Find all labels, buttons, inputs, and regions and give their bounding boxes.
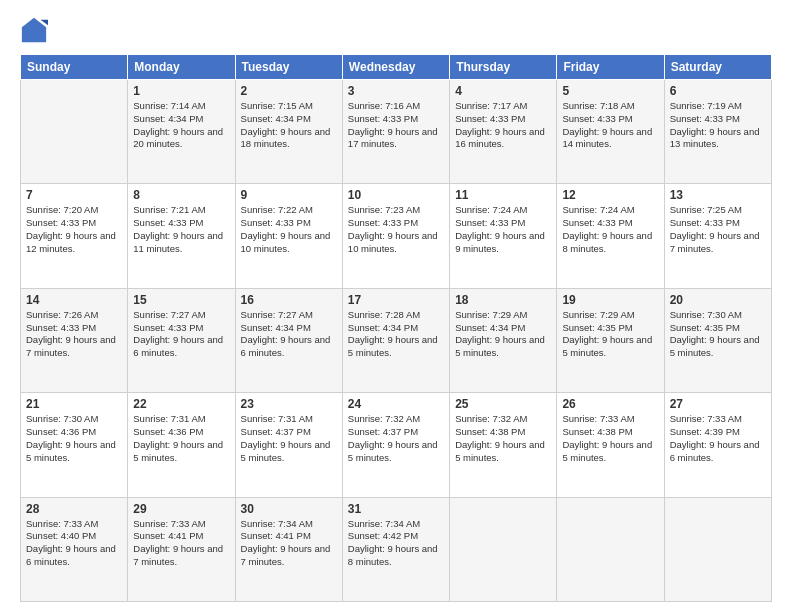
day-info: Sunrise: 7:30 AMSunset: 4:35 PMDaylight:… [670,309,766,360]
day-info: Sunrise: 7:23 AMSunset: 4:33 PMDaylight:… [348,204,444,255]
day-info: Sunrise: 7:16 AMSunset: 4:33 PMDaylight:… [348,100,444,151]
day-number: 15 [133,293,229,307]
week-row-1: 1Sunrise: 7:14 AMSunset: 4:34 PMDaylight… [21,80,772,184]
week-row-3: 14Sunrise: 7:26 AMSunset: 4:33 PMDayligh… [21,288,772,392]
day-info: Sunrise: 7:33 AMSunset: 4:41 PMDaylight:… [133,518,229,569]
day-header-wednesday: Wednesday [342,55,449,80]
calendar-cell: 12Sunrise: 7:24 AMSunset: 4:33 PMDayligh… [557,184,664,288]
calendar-header-row: SundayMondayTuesdayWednesdayThursdayFrid… [21,55,772,80]
calendar-cell: 18Sunrise: 7:29 AMSunset: 4:34 PMDayligh… [450,288,557,392]
day-number: 20 [670,293,766,307]
day-header-monday: Monday [128,55,235,80]
week-row-5: 28Sunrise: 7:33 AMSunset: 4:40 PMDayligh… [21,497,772,601]
logo [20,16,50,44]
day-number: 7 [26,188,122,202]
day-info: Sunrise: 7:26 AMSunset: 4:33 PMDaylight:… [26,309,122,360]
day-number: 10 [348,188,444,202]
day-info: Sunrise: 7:24 AMSunset: 4:33 PMDaylight:… [562,204,658,255]
calendar-cell: 4Sunrise: 7:17 AMSunset: 4:33 PMDaylight… [450,80,557,184]
day-info: Sunrise: 7:33 AMSunset: 4:39 PMDaylight:… [670,413,766,464]
calendar-cell: 23Sunrise: 7:31 AMSunset: 4:37 PMDayligh… [235,393,342,497]
calendar-cell [450,497,557,601]
day-info: Sunrise: 7:24 AMSunset: 4:33 PMDaylight:… [455,204,551,255]
calendar-cell: 31Sunrise: 7:34 AMSunset: 4:42 PMDayligh… [342,497,449,601]
day-header-sunday: Sunday [21,55,128,80]
calendar-cell: 29Sunrise: 7:33 AMSunset: 4:41 PMDayligh… [128,497,235,601]
calendar-cell: 15Sunrise: 7:27 AMSunset: 4:33 PMDayligh… [128,288,235,392]
day-number: 11 [455,188,551,202]
calendar-cell: 30Sunrise: 7:34 AMSunset: 4:41 PMDayligh… [235,497,342,601]
day-number: 29 [133,502,229,516]
calendar-cell: 17Sunrise: 7:28 AMSunset: 4:34 PMDayligh… [342,288,449,392]
day-number: 5 [562,84,658,98]
day-number: 17 [348,293,444,307]
day-info: Sunrise: 7:29 AMSunset: 4:34 PMDaylight:… [455,309,551,360]
week-row-4: 21Sunrise: 7:30 AMSunset: 4:36 PMDayligh… [21,393,772,497]
day-info: Sunrise: 7:34 AMSunset: 4:42 PMDaylight:… [348,518,444,569]
day-info: Sunrise: 7:31 AMSunset: 4:36 PMDaylight:… [133,413,229,464]
day-info: Sunrise: 7:22 AMSunset: 4:33 PMDaylight:… [241,204,337,255]
calendar-cell: 6Sunrise: 7:19 AMSunset: 4:33 PMDaylight… [664,80,771,184]
day-info: Sunrise: 7:15 AMSunset: 4:34 PMDaylight:… [241,100,337,151]
calendar-cell: 2Sunrise: 7:15 AMSunset: 4:34 PMDaylight… [235,80,342,184]
calendar-cell [557,497,664,601]
day-info: Sunrise: 7:34 AMSunset: 4:41 PMDaylight:… [241,518,337,569]
day-number: 24 [348,397,444,411]
day-number: 28 [26,502,122,516]
calendar-cell: 25Sunrise: 7:32 AMSunset: 4:38 PMDayligh… [450,393,557,497]
calendar-cell: 7Sunrise: 7:20 AMSunset: 4:33 PMDaylight… [21,184,128,288]
day-number: 16 [241,293,337,307]
calendar-cell: 26Sunrise: 7:33 AMSunset: 4:38 PMDayligh… [557,393,664,497]
calendar-cell: 5Sunrise: 7:18 AMSunset: 4:33 PMDaylight… [557,80,664,184]
calendar-cell: 1Sunrise: 7:14 AMSunset: 4:34 PMDaylight… [128,80,235,184]
calendar-cell: 28Sunrise: 7:33 AMSunset: 4:40 PMDayligh… [21,497,128,601]
calendar-cell: 16Sunrise: 7:27 AMSunset: 4:34 PMDayligh… [235,288,342,392]
day-info: Sunrise: 7:21 AMSunset: 4:33 PMDaylight:… [133,204,229,255]
day-number: 26 [562,397,658,411]
day-info: Sunrise: 7:19 AMSunset: 4:33 PMDaylight:… [670,100,766,151]
day-number: 9 [241,188,337,202]
day-info: Sunrise: 7:14 AMSunset: 4:34 PMDaylight:… [133,100,229,151]
day-number: 13 [670,188,766,202]
page: SundayMondayTuesdayWednesdayThursdayFrid… [0,0,792,612]
svg-marker-0 [22,18,46,42]
day-number: 27 [670,397,766,411]
day-number: 3 [348,84,444,98]
day-number: 21 [26,397,122,411]
day-number: 8 [133,188,229,202]
day-number: 18 [455,293,551,307]
day-number: 31 [348,502,444,516]
day-header-thursday: Thursday [450,55,557,80]
day-info: Sunrise: 7:31 AMSunset: 4:37 PMDaylight:… [241,413,337,464]
calendar-cell [21,80,128,184]
day-number: 23 [241,397,337,411]
day-info: Sunrise: 7:32 AMSunset: 4:38 PMDaylight:… [455,413,551,464]
day-number: 6 [670,84,766,98]
day-header-saturday: Saturday [664,55,771,80]
calendar-cell: 14Sunrise: 7:26 AMSunset: 4:33 PMDayligh… [21,288,128,392]
day-number: 19 [562,293,658,307]
day-number: 22 [133,397,229,411]
calendar-cell: 8Sunrise: 7:21 AMSunset: 4:33 PMDaylight… [128,184,235,288]
day-number: 14 [26,293,122,307]
calendar-cell: 24Sunrise: 7:32 AMSunset: 4:37 PMDayligh… [342,393,449,497]
calendar-cell: 13Sunrise: 7:25 AMSunset: 4:33 PMDayligh… [664,184,771,288]
day-number: 25 [455,397,551,411]
calendar-cell: 22Sunrise: 7:31 AMSunset: 4:36 PMDayligh… [128,393,235,497]
calendar-cell: 9Sunrise: 7:22 AMSunset: 4:33 PMDaylight… [235,184,342,288]
day-info: Sunrise: 7:33 AMSunset: 4:38 PMDaylight:… [562,413,658,464]
calendar-cell: 11Sunrise: 7:24 AMSunset: 4:33 PMDayligh… [450,184,557,288]
calendar-cell: 21Sunrise: 7:30 AMSunset: 4:36 PMDayligh… [21,393,128,497]
calendar-cell [664,497,771,601]
day-info: Sunrise: 7:29 AMSunset: 4:35 PMDaylight:… [562,309,658,360]
calendar: SundayMondayTuesdayWednesdayThursdayFrid… [20,54,772,602]
day-info: Sunrise: 7:17 AMSunset: 4:33 PMDaylight:… [455,100,551,151]
day-info: Sunrise: 7:25 AMSunset: 4:33 PMDaylight:… [670,204,766,255]
calendar-cell: 19Sunrise: 7:29 AMSunset: 4:35 PMDayligh… [557,288,664,392]
day-info: Sunrise: 7:20 AMSunset: 4:33 PMDaylight:… [26,204,122,255]
day-number: 12 [562,188,658,202]
day-info: Sunrise: 7:30 AMSunset: 4:36 PMDaylight:… [26,413,122,464]
week-row-2: 7Sunrise: 7:20 AMSunset: 4:33 PMDaylight… [21,184,772,288]
header [20,16,772,44]
day-info: Sunrise: 7:27 AMSunset: 4:34 PMDaylight:… [241,309,337,360]
